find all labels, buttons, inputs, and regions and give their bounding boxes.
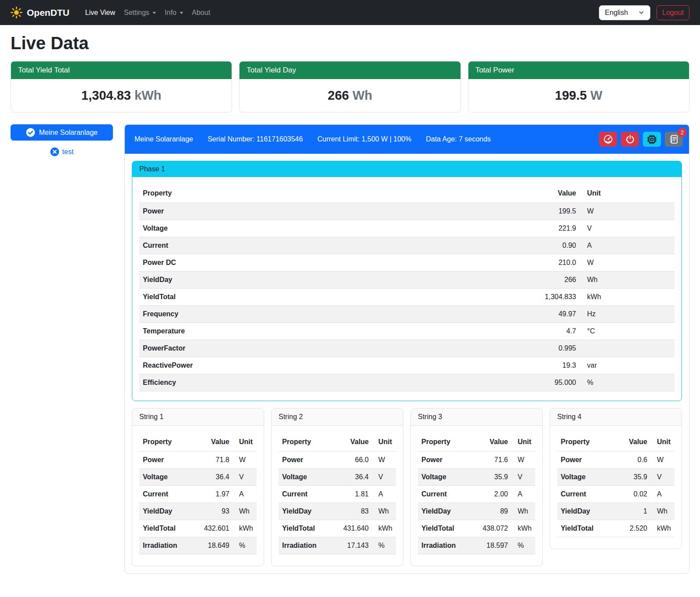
- journal-text-icon: [669, 134, 679, 144]
- property-cell: Temperature: [139, 323, 525, 340]
- event-log-button[interactable]: 2: [665, 132, 683, 147]
- value-cell: 66.0: [334, 452, 372, 469]
- property-cell: PowerFactor: [139, 340, 525, 357]
- device-info-button[interactable]: [643, 132, 661, 147]
- value-cell: 432.601: [195, 520, 233, 537]
- table-header-row: Property Value Unit: [279, 433, 396, 452]
- value-cell: 2.00: [474, 486, 511, 503]
- power-button[interactable]: [621, 132, 639, 147]
- string-body: Property Value Unit Power66.0WVoltage36.…: [272, 426, 403, 566]
- string-body: Property Value Unit Power0.6WVoltage35.9…: [550, 426, 682, 549]
- nav-item-label: About: [192, 9, 210, 17]
- property-cell: Voltage: [279, 469, 334, 486]
- table-row: PowerFactor0.995: [139, 340, 675, 357]
- table-row: Voltage35.9V: [557, 469, 675, 486]
- table-row: Current0.90A: [139, 237, 675, 254]
- summary-cards-row: Total Yield Total 1,304.83kWh Total Yiel…: [11, 61, 689, 112]
- inverter-panel: Meine Solaranlage Serial Number: 1161716…: [124, 124, 689, 574]
- property-cell: Current: [279, 486, 334, 503]
- table-row: Power DC210.0W: [139, 254, 675, 271]
- unit-cell: kWh: [651, 520, 675, 537]
- column-header-property: Property: [418, 433, 474, 452]
- value-cell: 2.520: [613, 520, 651, 537]
- column-header-unit: Unit: [372, 433, 396, 452]
- limit-settings-button[interactable]: [599, 132, 617, 147]
- unit-cell: V: [511, 469, 535, 486]
- unit-cell: °C: [580, 323, 675, 340]
- table-header-row: Property Value Unit: [139, 433, 257, 452]
- property-cell: Irradiation: [418, 537, 474, 554]
- property-cell: Efficiency: [139, 374, 525, 391]
- value-cell: 431.640: [334, 520, 372, 537]
- property-cell: YieldDay: [139, 271, 525, 289]
- table-row: Voltage36.4V: [279, 469, 396, 486]
- value-cell: 0.90: [525, 237, 580, 254]
- card-title: Total Yield Day: [239, 62, 460, 79]
- value-cell: 1.81: [334, 486, 372, 503]
- unit-cell: Wh: [651, 503, 675, 520]
- caret-down-icon: [180, 12, 183, 14]
- property-cell: YieldDay: [139, 503, 195, 520]
- table-row: Current2.00A: [418, 486, 535, 503]
- unit-cell: Wh: [233, 503, 257, 520]
- unit-cell: var: [580, 357, 675, 374]
- brand-label: OpenDTU: [27, 7, 69, 18]
- unit-cell: %: [372, 537, 396, 554]
- phase-title: Phase 1: [132, 161, 682, 177]
- table-row: Frequency49.97Hz: [139, 306, 675, 323]
- unit-cell: %: [580, 374, 675, 391]
- table-row: Voltage36.4V: [139, 469, 257, 486]
- main-row: Meine Solaranlage test Meine Solaranlage…: [11, 124, 689, 574]
- nav-item-about[interactable]: About: [188, 5, 215, 20]
- table-row: YieldDay83Wh: [279, 503, 396, 520]
- language-select[interactable]: English: [599, 5, 650, 20]
- column-header-value: Value: [525, 184, 580, 203]
- phase-1-card: Phase 1 Property Value Unit Power199.5WV…: [132, 161, 682, 401]
- chevron-down-icon: [638, 10, 644, 15]
- unit-cell: A: [233, 486, 257, 503]
- property-cell: YieldTotal: [557, 520, 613, 537]
- unit-cell: A: [651, 486, 675, 503]
- inverter-item-test[interactable]: test: [11, 147, 113, 156]
- nav-item-settings[interactable]: Settings: [120, 5, 160, 20]
- unit-cell: kWh: [580, 289, 675, 306]
- data-age: Data Age: 7 seconds: [426, 135, 491, 143]
- current-limit: Current Limit: 1,500 W | 100%: [317, 135, 411, 143]
- property-cell: Power: [418, 452, 474, 469]
- brand[interactable]: OpenDTU: [11, 7, 69, 18]
- inverter-name-label: test: [62, 148, 74, 156]
- property-cell: Power: [557, 452, 613, 469]
- property-cell: Current: [139, 237, 525, 254]
- value-cell: 4.7: [525, 323, 580, 340]
- card-value-row: 1,304.83kWh: [11, 79, 232, 112]
- column-header-property: Property: [139, 433, 195, 452]
- card-value-row: 199.5W: [468, 79, 689, 112]
- caret-down-icon: [152, 12, 156, 14]
- table-row: YieldTotal432.601kWh: [139, 520, 257, 537]
- table-row: Current1.97A: [139, 486, 257, 503]
- nav-item-info[interactable]: Info: [160, 5, 188, 20]
- nav-item-live-view[interactable]: Live View: [81, 5, 120, 20]
- card-value: 266: [328, 88, 349, 102]
- property-cell: YieldDay: [418, 503, 474, 520]
- column-header-unit: Unit: [651, 433, 675, 452]
- property-cell: Voltage: [139, 220, 525, 237]
- unit-cell: %: [511, 537, 535, 554]
- property-cell: Voltage: [139, 469, 195, 486]
- inverter-select-button[interactable]: Meine Solaranlage: [11, 124, 113, 141]
- logout-button[interactable]: Logout: [656, 5, 689, 20]
- unit-cell: Wh: [580, 271, 675, 289]
- nav-links: Live View Settings Info About: [81, 5, 215, 20]
- total-power-card: Total Power 199.5W: [468, 61, 689, 112]
- unit-cell: kWh: [372, 520, 396, 537]
- value-cell: 199.5: [525, 203, 580, 220]
- table-row: Temperature4.7°C: [139, 323, 675, 340]
- value-cell: 210.0: [525, 254, 580, 271]
- unit-cell: kWh: [511, 520, 535, 537]
- string-body: Property Value Unit Power71.8WVoltage36.…: [132, 426, 264, 566]
- table-header-row: Property Value Unit: [418, 433, 535, 452]
- string-title: String 4: [550, 409, 682, 426]
- table-row: YieldDay93Wh: [139, 503, 257, 520]
- value-cell: 221.9: [525, 220, 580, 237]
- table-header-row: Property Value Unit: [139, 184, 675, 203]
